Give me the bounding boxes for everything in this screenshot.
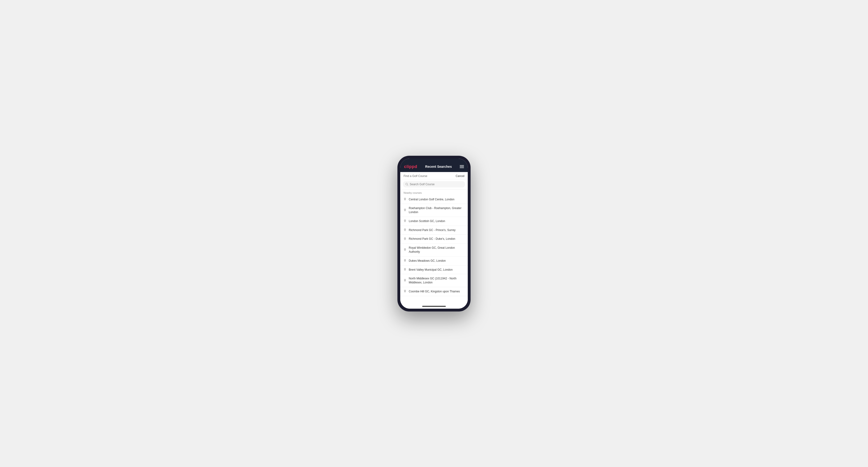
course-name: Central London Golf Centre, London	[409, 197, 454, 201]
app-title: Recent Searches	[425, 165, 452, 168]
course-name: Royal Wimbledon GC, Great London Authori…	[409, 246, 464, 254]
pin-icon	[404, 268, 406, 271]
pin-icon	[404, 198, 406, 201]
status-bar	[400, 159, 468, 162]
hamburger-line-2	[460, 166, 464, 167]
home-indicator	[400, 304, 468, 309]
list-item[interactable]: Richmond Park GC - Duke's, London	[400, 235, 468, 244]
pin-icon	[404, 290, 406, 293]
pin-icon	[404, 248, 406, 252]
course-list: Central London Golf Centre, London Roeha…	[400, 195, 468, 296]
list-item[interactable]: Central London Golf Centre, London	[400, 195, 468, 204]
app-logo: clippd	[404, 164, 417, 169]
list-item[interactable]: North Middlesex GC (1011942 - North Midd…	[400, 274, 468, 287]
course-name: Roehampton Club - Roehampton, Greater Lo…	[409, 206, 464, 214]
course-name: London Scottish GC, London	[409, 219, 445, 223]
hamburger-line-1	[460, 165, 464, 166]
course-name: Dukes Meadows GC, London	[409, 259, 446, 263]
cancel-button[interactable]: Cancel	[456, 175, 464, 178]
pin-icon	[404, 228, 406, 232]
home-bar	[422, 306, 446, 307]
search-icon	[405, 183, 408, 186]
course-name: Brent Valley Municipal GC, London	[409, 268, 453, 272]
hamburger-menu-icon[interactable]	[460, 165, 464, 168]
pin-icon	[404, 238, 406, 241]
pin-icon	[404, 209, 406, 212]
search-box	[403, 181, 465, 187]
hamburger-line-3	[460, 167, 464, 168]
svg-point-0	[406, 183, 408, 185]
find-label: Find a Golf Course	[404, 175, 427, 178]
list-item[interactable]: Roehampton Club - Roehampton, Greater Lo…	[400, 204, 468, 217]
search-header: Find a Golf Course Cancel	[400, 172, 468, 179]
list-item[interactable]: London Scottish GC, London	[400, 217, 468, 226]
pin-icon	[404, 219, 406, 223]
course-name: Richmond Park GC - Duke's, London	[409, 237, 455, 241]
pin-icon	[404, 279, 406, 282]
course-name: Richmond Park GC - Prince's, Surrey	[409, 228, 456, 232]
pin-icon	[404, 259, 406, 262]
app-header: clippd Recent Searches	[400, 162, 468, 172]
list-item[interactable]: Brent Valley Municipal GC, London	[400, 266, 468, 275]
course-name: Coombe Hill GC, Kingston upon Thames	[409, 289, 460, 293]
list-item[interactable]: Royal Wimbledon GC, Great London Authori…	[400, 244, 468, 256]
phone-screen: clippd Recent Searches Find a Golf Cours…	[400, 159, 468, 309]
list-item[interactable]: Coombe Hill GC, Kingston upon Thames	[400, 287, 468, 296]
list-item[interactable]: Richmond Park GC - Prince's, Surrey	[400, 226, 468, 235]
search-input[interactable]	[410, 183, 463, 186]
content-area: Find a Golf Course Cancel Nearby courses	[400, 172, 468, 304]
search-box-wrapper	[400, 179, 468, 189]
list-item[interactable]: Dukes Meadows GC, London	[400, 256, 468, 266]
phone-frame: clippd Recent Searches Find a Golf Cours…	[397, 156, 471, 311]
course-name: North Middlesex GC (1011942 - North Midd…	[409, 277, 464, 285]
svg-line-1	[408, 185, 408, 185]
nearby-courses-label: Nearby courses	[400, 189, 468, 195]
